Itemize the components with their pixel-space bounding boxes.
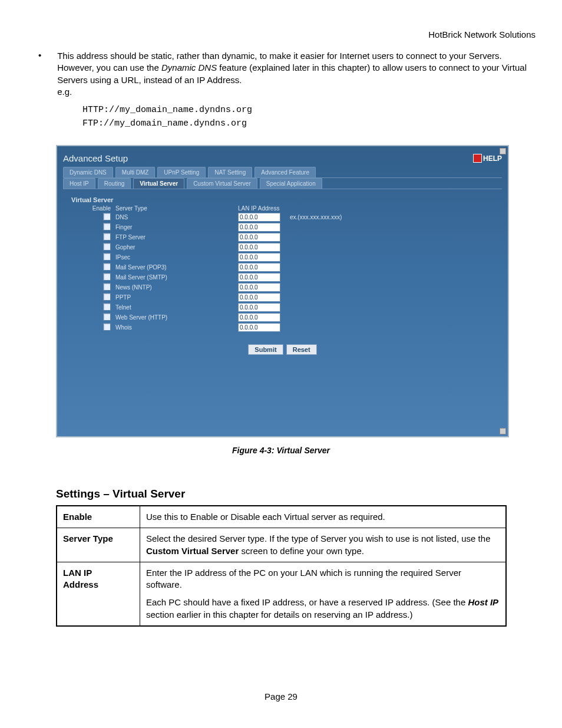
enable-checkbox[interactable] [103, 273, 111, 281]
tab-row-2: Host IP Routing Virtual Server Custom Vi… [63, 178, 502, 189]
settings-ip-text-bi: Host IP [468, 597, 498, 607]
settings-table: Enable Use this to Enable or Disable eac… [56, 505, 507, 627]
tab-advanced-feature[interactable]: Advanced Feature [254, 167, 316, 177]
tab-host-ip[interactable]: Host IP [63, 178, 95, 189]
bullet-eg: e.g. [57, 87, 72, 97]
table-row: FTP Server [77, 232, 345, 242]
lan-ip-input[interactable] [238, 323, 280, 332]
screenshot-title: Advanced Setup [63, 153, 128, 163]
settings-type-text-a: Select the desired Server type. If the t… [146, 533, 490, 543]
settings-ip-text-2a: Each PC should have a fixed IP address, … [146, 597, 468, 607]
header-company: HotBrick Network Solutions [27, 29, 535, 39]
code-block: HTTP://my_domain_name.dyndns.org FTP://m… [82, 104, 535, 130]
enable-checkbox[interactable] [103, 253, 111, 261]
server-type-cell: Web Server (HTTP) [114, 312, 237, 322]
bullet-paragraph: • This address should be static, rather … [38, 50, 535, 98]
tab-routing[interactable]: Routing [98, 178, 131, 189]
bullet-symbol: • [38, 50, 55, 60]
settings-ip-label-b: Address [63, 579, 98, 589]
settings-ip-text-1: Enter the IP address of the PC on your L… [146, 567, 500, 591]
enable-checkbox[interactable] [103, 323, 111, 331]
virtual-server-panel: Virtual Server Enable Server Type LAN IP… [63, 189, 502, 371]
tab-dynamic-dns[interactable]: Dynamic DNS [63, 167, 113, 177]
tab-nat-setting[interactable]: NAT Setting [208, 167, 252, 177]
table-row: Mail Server (SMTP) [77, 272, 345, 282]
reset-button[interactable]: Reset [286, 344, 317, 355]
tab-custom-virtual-server[interactable]: Custom Virtual Server [187, 178, 257, 189]
settings-ip-text: Enter the IP address of the PC on your L… [140, 562, 507, 626]
table-row: PPTP [77, 292, 345, 302]
tab-multi-dmz[interactable]: Multi DMZ [115, 167, 156, 177]
screenshot-frame: Advanced Setup HELP Dynamic DNS Multi DM… [56, 145, 509, 437]
scroll-down-icon[interactable] [500, 428, 506, 434]
tab-upnp-setting[interactable]: UPnP Setting [157, 167, 206, 177]
col-type: Server Type [114, 205, 237, 212]
table-row: IPsec [77, 252, 345, 262]
settings-enable-label: Enable [57, 506, 140, 528]
tab-virtual-server[interactable]: Virtual Server [133, 178, 184, 189]
enable-checkbox[interactable] [103, 313, 111, 321]
table-row: Finger [77, 222, 345, 232]
table-row: Whois [77, 322, 345, 332]
server-type-cell: DNS [114, 212, 237, 222]
lan-ip-input[interactable] [238, 273, 280, 282]
server-type-cell: News (NNTP) [114, 282, 237, 292]
enable-checkbox[interactable] [103, 243, 111, 251]
table-row: DNSex.(xxx.xxx.xxx.xxx) [77, 212, 345, 222]
settings-ip-label: LAN IP Address [57, 562, 140, 626]
lan-ip-input[interactable] [238, 253, 280, 262]
help-icon [473, 154, 482, 163]
settings-type-bold: Custom Virtual Server [146, 546, 239, 556]
server-type-cell: Mail Server (POP3) [114, 262, 237, 272]
table-row: Gopher [77, 242, 345, 252]
col-enable: Enable [77, 205, 114, 212]
settings-type-label: Server Type [57, 528, 140, 562]
help-button[interactable]: HELP [473, 154, 502, 163]
lan-ip-input[interactable] [238, 233, 280, 242]
server-type-cell: PPTP [114, 292, 237, 302]
table-row: Web Server (HTTP) [77, 312, 345, 322]
table-row: Mail Server (POP3) [77, 262, 345, 272]
table-row: Telnet [77, 302, 345, 312]
figure-caption: Figure 4-3: Virtual Server [27, 446, 535, 455]
settings-ip-text-2b: section earlier in this chapter for deta… [146, 610, 412, 620]
table-row: News (NNTP) [77, 282, 345, 292]
enable-checkbox[interactable] [103, 223, 111, 230]
lan-ip-input[interactable] [238, 223, 280, 232]
lan-ip-input[interactable] [238, 243, 280, 252]
section-label: Virtual Server [71, 196, 494, 203]
server-type-cell: Telnet [114, 302, 237, 312]
lan-ip-input[interactable] [238, 263, 280, 272]
enable-checkbox[interactable] [103, 283, 111, 291]
code-line-2: FTP://my_domain_name.dyndns.org [82, 117, 535, 131]
enable-checkbox[interactable] [103, 303, 111, 311]
server-type-cell: Whois [114, 322, 237, 332]
scroll-up-icon[interactable] [500, 148, 506, 154]
submit-button[interactable]: Submit [248, 344, 283, 355]
ip-format-hint: ex.(xxx.xxx.xxx.xxx) [285, 214, 342, 220]
settings-type-text: Select the desired Server type. If the t… [140, 528, 507, 562]
settings-type-text-b: screen to define your own type. [241, 546, 363, 556]
server-type-cell: Mail Server (SMTP) [114, 272, 237, 282]
lan-ip-input[interactable] [238, 293, 280, 302]
enable-checkbox[interactable] [103, 293, 111, 301]
enable-checkbox[interactable] [103, 233, 111, 241]
col-ip: LAN IP Address [237, 205, 284, 212]
enable-checkbox[interactable] [103, 263, 111, 271]
enable-checkbox[interactable] [103, 213, 111, 220]
bullet-italic: Dynamic DNS [161, 62, 217, 73]
tab-special-application[interactable]: Special Application [260, 178, 322, 189]
code-line-1: HTTP://my_domain_name.dyndns.org [82, 104, 535, 117]
lan-ip-input[interactable] [238, 313, 280, 322]
lan-ip-input[interactable] [238, 213, 280, 222]
virtual-server-table: Enable Server Type LAN IP Address DNSex.… [77, 205, 345, 332]
server-type-cell: Gopher [114, 242, 237, 252]
server-type-cell: FTP Server [114, 232, 237, 242]
lan-ip-input[interactable] [238, 303, 280, 312]
settings-heading: Settings – Virtual Server [56, 487, 535, 500]
lan-ip-input[interactable] [238, 283, 280, 292]
settings-ip-label-a: LAN IP [63, 568, 92, 578]
server-type-cell: Finger [114, 222, 237, 232]
tab-row-1: Dynamic DNS Multi DMZ UPnP Setting NAT S… [63, 167, 502, 178]
page-number: Page 29 [27, 691, 535, 701]
